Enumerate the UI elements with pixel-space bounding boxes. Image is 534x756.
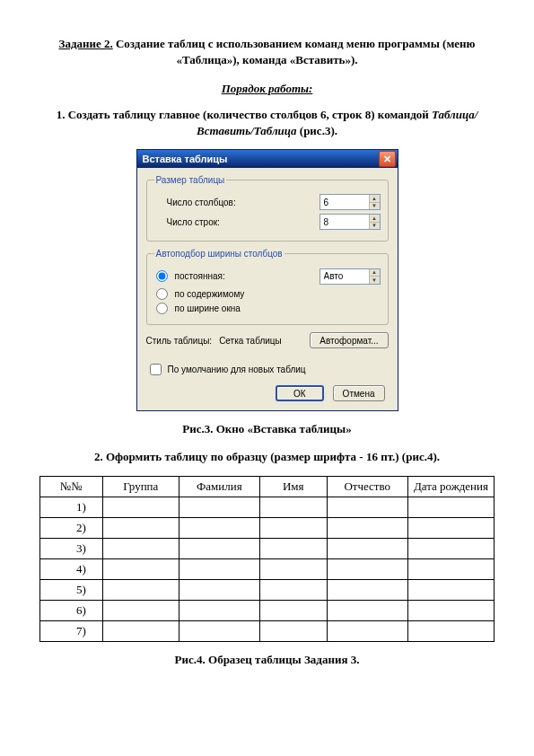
cols-input[interactable] <box>320 195 369 209</box>
row-num: 2) <box>40 517 103 538</box>
table-row: 7) <box>40 620 495 641</box>
radio-window[interactable] <box>156 303 168 314</box>
section-title: Порядок работы: <box>39 82 495 96</box>
table-row: 2) <box>40 517 495 538</box>
radio-window-label: по ширине окна <box>175 303 241 313</box>
task-label: Задание 2. <box>59 37 113 50</box>
col-patronymic: Отчество <box>327 476 407 497</box>
col-birthdate: Дата рождения <box>407 476 494 497</box>
chevron-down-icon[interactable]: ▼ <box>369 276 380 284</box>
chevron-down-icon[interactable]: ▼ <box>369 202 380 210</box>
chevron-up-icon[interactable]: ▲ <box>369 215 380 222</box>
style-value: Сетка таблицы <box>219 336 282 346</box>
style-row: Стиль таблицы: Сетка таблицы Автоформат.… <box>146 332 389 348</box>
chevron-down-icon[interactable]: ▼ <box>369 222 380 230</box>
table-header-row: №№ Группа Фамилия Имя Отчество Дата рожд… <box>40 476 495 497</box>
style-label: Стиль таблицы: <box>146 336 213 346</box>
rows-input[interactable] <box>320 215 369 229</box>
task-rest: Создание таблиц с использованием команд … <box>113 37 476 66</box>
row-num: 7) <box>40 620 103 641</box>
step1-prefix: 1. Создать таблицу главное (количество с… <box>57 108 432 121</box>
group-size: Размер таблицы Число столбцов: ▲ ▼ Число <box>146 175 389 242</box>
radio-fixed[interactable] <box>156 270 168 282</box>
col-num: №№ <box>40 476 103 497</box>
row-num: 3) <box>40 538 103 558</box>
col-surname: Фамилия <box>179 476 259 497</box>
dialog-titlebar: Вставка таблицы ✕ <box>137 150 398 168</box>
col-name: Имя <box>259 476 327 497</box>
ok-button[interactable]: ОК <box>276 385 324 401</box>
radio-content-label: по содержимому <box>175 289 245 299</box>
figure-3-caption: Рис.3. Окно «Вставка таблицы» <box>39 422 495 436</box>
fixed-spinner[interactable]: ▲ ▼ <box>320 268 381 285</box>
row-num: 5) <box>40 579 103 600</box>
step-1: 1. Создать таблицу главное (количество с… <box>39 107 495 138</box>
insert-table-dialog: Вставка таблицы ✕ Размер таблицы Число с… <box>136 149 398 411</box>
row-num: 4) <box>40 558 103 579</box>
radio-content[interactable] <box>156 288 168 300</box>
table-row: 1) <box>40 497 495 517</box>
cols-label: Число столбцов: <box>154 198 314 207</box>
sample-table: №№ Группа Фамилия Имя Отчество Дата рожд… <box>39 476 495 642</box>
task-heading: Задание 2. Создание таблиц с использован… <box>39 36 495 67</box>
default-checkbox[interactable] <box>150 364 162 375</box>
autoformat-button[interactable]: Автоформат... <box>310 332 388 348</box>
group-size-legend: Размер таблицы <box>154 175 227 185</box>
close-icon[interactable]: ✕ <box>379 151 396 167</box>
default-checkbox-label: По умолчанию для новых таблиц <box>168 365 306 374</box>
step1-suffix: (рис.3). <box>297 124 337 137</box>
dialog-title: Вставка таблицы <box>143 154 228 164</box>
table-row: 6) <box>40 600 495 620</box>
step-2: 2. Оформить таблицу по образцу (размер ш… <box>39 449 495 465</box>
row-num: 6) <box>40 600 103 620</box>
group-autofit: Автоподбор ширины столбцов постоянная: ▲… <box>146 249 389 325</box>
col-group: Группа <box>102 476 179 497</box>
radio-fixed-label: постоянная: <box>175 271 225 281</box>
table-row: 5) <box>40 579 495 600</box>
rows-label: Число строк: <box>154 217 314 227</box>
table-row: 4) <box>40 558 495 579</box>
fixed-input[interactable] <box>320 269 369 284</box>
table-row: 3) <box>40 538 495 558</box>
chevron-up-icon[interactable]: ▲ <box>369 195 380 202</box>
figure-4-caption: Рис.4. Образец таблицы Задания 3. <box>39 653 495 667</box>
rows-spinner[interactable]: ▲ ▼ <box>320 214 381 230</box>
row-num: 1) <box>40 497 103 517</box>
cancel-button[interactable]: Отмена <box>333 385 385 401</box>
group-autofit-legend: Автоподбор ширины столбцов <box>154 249 285 259</box>
chevron-up-icon[interactable]: ▲ <box>369 269 380 277</box>
cols-spinner[interactable]: ▲ ▼ <box>320 194 381 210</box>
